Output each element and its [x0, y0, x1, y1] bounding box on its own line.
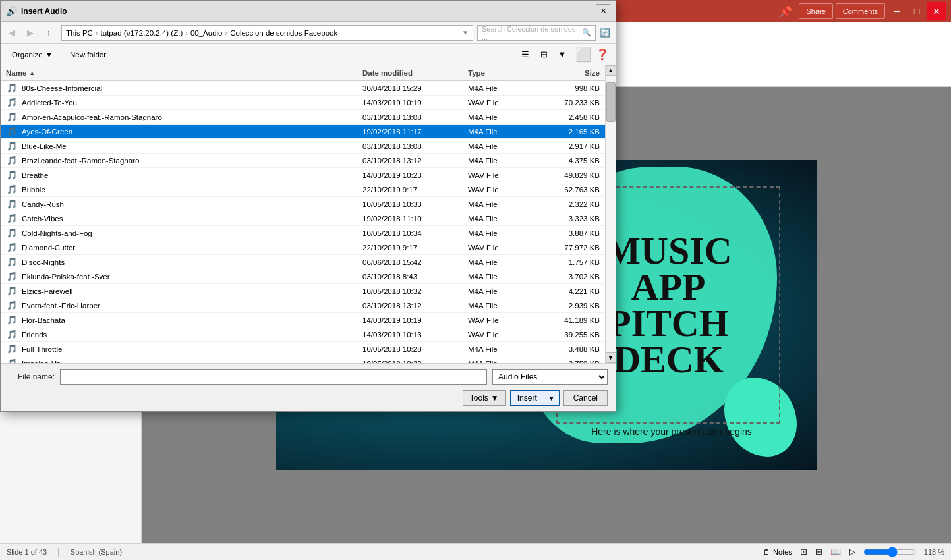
file-date: 14/03/2019 10:19 [362, 316, 468, 324]
cancel-button[interactable]: Cancel [563, 390, 608, 406]
file-icon: 🎵 [6, 155, 18, 167]
insert-audio-dialog: 🔊 Insert Audio ✕ ◀ ▶ ↑ This PC › tutpad … [0, 87, 616, 412]
file-date: 14/03/2019 10:13 [362, 331, 468, 339]
file-icon: 🎵 [6, 111, 18, 123]
file-name: Disco-Nights [22, 258, 362, 266]
file-row[interactable]: 🎵 Candy-Rush 10/05/2018 10:33 M4A File 2… [1, 197, 605, 211]
file-size: 2.917 KB [534, 142, 600, 150]
file-date: 14/03/2019 10:19 [362, 99, 468, 107]
file-name: Eklunda-Polska-feat.-Sver [22, 273, 362, 281]
file-list: Name ▲ Date modified Type Size [1, 87, 605, 363]
file-row[interactable]: 🎵 Catch-Vibes 19/02/2018 11:10 M4A File … [1, 211, 605, 226]
file-type: M4A File [468, 287, 534, 295]
file-row[interactable]: 🎵 Disco-Nights 06/06/2018 15:42 M4A File… [1, 255, 605, 269]
file-name: Catch-Vibes [22, 215, 362, 223]
file-row[interactable]: 🎵 Breathe 14/03/2019 10:23 WAV File 49.8… [1, 168, 605, 182]
file-size: 39.255 KB [534, 331, 600, 339]
insert-arrow[interactable]: ▼ [544, 391, 559, 405]
file-row[interactable]: 🎵 Cold-Nights-and-Fog 10/05/2018 10:34 M… [1, 226, 605, 240]
file-type: WAV File [468, 171, 534, 179]
file-row[interactable]: 🎵 Diamond-Cutter 22/10/2019 9:17 WAV Fil… [1, 240, 605, 255]
file-icon: 🎵 [6, 198, 18, 210]
file-size: 3.702 KB [534, 273, 600, 281]
file-rows: 🎵 80s-Cheese-Infomercial 30/04/2018 15:2… [1, 87, 605, 363]
file-row[interactable]: 🎵 Blue-Like-Me 03/10/2018 13:08 M4A File… [1, 139, 605, 154]
file-type: M4A File [468, 258, 534, 266]
file-icon: 🎵 [6, 184, 18, 196]
filetype-select[interactable]: Audio Files All Files [492, 369, 608, 385]
file-date: 03/10/2018 13:12 [362, 302, 468, 310]
file-name: Brazileando-feat.-Ramon-Stagnaro [22, 157, 362, 165]
file-type: WAV File [468, 244, 534, 252]
filename-label: File name: [9, 372, 55, 381]
file-row[interactable]: 🎵 Brazileando-feat.-Ramon-Stagnaro 03/10… [1, 154, 605, 168]
file-date: 03/10/2018 8:43 [362, 273, 468, 281]
file-icon: 🎵 [6, 213, 18, 225]
file-size: 2.165 KB [534, 128, 600, 136]
file-name: Ayes-Of-Green [22, 128, 362, 136]
file-icon: 🎵 [6, 87, 18, 94]
file-row[interactable]: 🎵 Eklunda-Polska-feat.-Sver 03/10/2018 8… [1, 269, 605, 284]
dialog-bottom: File name: Audio Files All Files Tools ▼ [1, 363, 616, 411]
file-row[interactable]: 🎵 Amor-en-Acapulco-feat.-Ramon-Stagnaro … [1, 110, 605, 125]
scroll-track[interactable] [606, 87, 616, 352]
file-name: Diamond-Cutter [22, 244, 362, 252]
filename-row: File name: Audio Files All Files [9, 369, 608, 385]
file-type: M4A File [468, 229, 534, 237]
file-icon: 🎵 [6, 343, 18, 355]
file-type: M4A File [468, 87, 534, 92]
file-date: 03/10/2018 13:08 [362, 113, 468, 121]
file-row[interactable]: 🎵 Ayes-Of-Green 19/02/2018 11:17 M4A Fil… [1, 125, 605, 139]
file-type: WAV File [468, 316, 534, 324]
file-date: 03/10/2018 13:08 [362, 142, 468, 150]
file-row[interactable]: 🎵 Imagine-Us 10/05/2018 10:33 M4A File 2… [1, 356, 605, 363]
filename-input[interactable] [60, 369, 487, 385]
file-icon: 🎵 [6, 169, 18, 181]
scroll-thumb[interactable] [606, 87, 616, 122]
tools-button[interactable]: Tools ▼ [463, 390, 506, 406]
file-icon: 🎵 [6, 126, 18, 138]
file-size: 2.939 KB [534, 302, 600, 310]
file-date: 22/10/2019 9:17 [362, 244, 468, 252]
file-row[interactable]: 🎵 Friends 14/03/2019 10:13 WAV File 39.2… [1, 327, 605, 342]
file-size: 998 KB [534, 87, 600, 92]
file-type: WAV File [468, 186, 534, 194]
file-icon: 🎵 [6, 329, 18, 341]
file-size: 3.887 KB [534, 229, 600, 237]
file-row[interactable]: 🎵 Addicted-To-You 14/03/2019 10:19 WAV F… [1, 96, 605, 110]
file-date: 06/06/2018 15:42 [362, 258, 468, 266]
file-size: 3.488 KB [534, 345, 600, 353]
insert-button[interactable]: Insert ▼ [510, 390, 560, 406]
file-name: Flor-Bachata [22, 316, 362, 324]
file-type: M4A File [468, 128, 534, 136]
file-row[interactable]: 🎵 80s-Cheese-Infomercial 30/04/2018 15:2… [1, 87, 605, 96]
scrollbar[interactable]: ▲ ▼ [605, 87, 616, 363]
file-type: M4A File [468, 113, 534, 121]
file-row[interactable]: 🎵 Flor-Bachata 14/03/2019 10:19 WAV File… [1, 313, 605, 327]
file-size: 4.375 KB [534, 157, 600, 165]
file-date: 10/05/2018 10:28 [362, 345, 468, 353]
file-date: 19/02/2018 11:17 [362, 128, 468, 136]
file-name: 80s-Cheese-Infomercial [22, 87, 362, 92]
file-size: 1.757 KB [534, 258, 600, 266]
file-row[interactable]: 🎵 Bubble 22/10/2019 9:17 WAV File 62.763… [1, 182, 605, 197]
dialog-overlay: 🔊 Insert Audio ✕ ◀ ▶ ↑ This PC › tutpad … [0, 87, 951, 543]
file-row[interactable]: 🎵 Evora-feat.-Eric-Harper 03/10/2018 13:… [1, 298, 605, 313]
scroll-down-button[interactable]: ▼ [606, 352, 616, 363]
file-type: M4A File [468, 302, 534, 310]
file-size: 2.458 KB [534, 113, 600, 121]
file-row[interactable]: 🎵 Elzics-Farewell 10/05/2018 10:32 M4A F… [1, 284, 605, 298]
file-name: Evora-feat.-Eric-Harper [22, 302, 362, 310]
file-type: M4A File [468, 142, 534, 150]
file-date: 10/05/2018 10:33 [362, 200, 468, 208]
file-name: Bubble [22, 186, 362, 194]
file-list-container: Name ▲ Date modified Type Size [1, 87, 616, 363]
file-type: WAV File [468, 331, 534, 339]
file-name: Elzics-Farewell [22, 287, 362, 295]
file-icon: 🎵 [6, 285, 18, 297]
file-name: Amor-en-Acapulco-feat.-Ramon-Stagnaro [22, 113, 362, 121]
file-date: 22/10/2019 9:17 [362, 186, 468, 194]
file-name: Full-Throttle [22, 345, 362, 353]
file-row[interactable]: 🎵 Full-Throttle 10/05/2018 10:28 M4A Fil… [1, 342, 605, 356]
file-icon: 🎵 [6, 314, 18, 326]
